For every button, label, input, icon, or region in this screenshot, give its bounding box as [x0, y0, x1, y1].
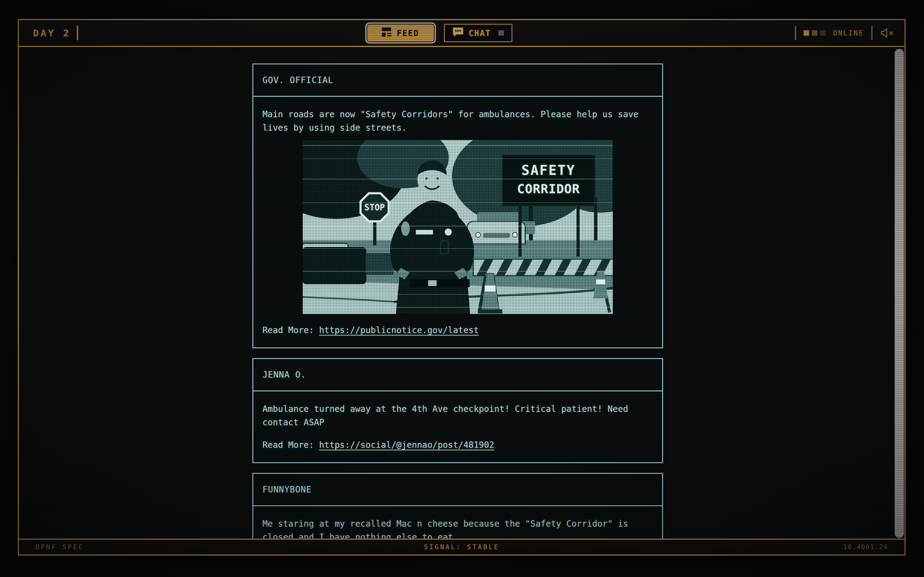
day-label: DAY 2: [33, 27, 71, 39]
feed-icon: [382, 27, 392, 39]
read-more-label: Read More:: [262, 325, 314, 335]
version-label: 10.4001.24: [843, 543, 888, 551]
online-label: ONLINE: [833, 29, 864, 37]
tab-feed-label: FEED: [397, 28, 419, 38]
signal-cell-3: [820, 30, 825, 36]
signal-strength-icon: [804, 30, 825, 36]
signal-status: SIGNAL: STABLE: [424, 543, 499, 551]
feed-scroll-area: GOV. OFFICIAL Main roads are now "Safety…: [19, 47, 905, 538]
signal-cell-1: [804, 30, 809, 36]
spec-label: UPNF SPEC: [36, 543, 84, 551]
speaker-muted-icon: [880, 27, 894, 39]
post-list: GOV. OFFICIAL Main roads are now "Safety…: [252, 63, 663, 538]
top-bar: DAY 2 FEED: [19, 20, 905, 47]
mute-button[interactable]: [880, 27, 894, 39]
post-link[interactable]: https://social/@jennao/post/481902: [319, 440, 494, 450]
post-author: GOV. OFFICIAL: [253, 64, 662, 97]
divider: [871, 26, 873, 40]
stop-sign-text: STOP: [364, 202, 385, 213]
read-more-label: Read More:: [262, 440, 314, 450]
post-jenna-o: JENNA O. Ambulance turned away at the 4t…: [252, 358, 663, 463]
tab-chat[interactable]: CHAT: [444, 24, 512, 42]
post-content: Ambulance turned away at the 4th Ave che…: [253, 392, 662, 462]
chat-notification-square: [498, 30, 504, 36]
post-content: Main roads are now "Safety Corridors" fo…: [253, 97, 662, 347]
post-content: Me staring at my recalled Mac n cheese b…: [253, 506, 662, 538]
status-bar: UPNF SPEC SIGNAL: STABLE 10.4001.24: [19, 538, 905, 554]
safety-sign-line2: CORRIDOR: [517, 182, 580, 196]
post-author: JENNA O.: [253, 359, 662, 392]
safety-sign-line1: SAFETY: [522, 163, 576, 178]
post-text: Main roads are now "Safety Corridors" fo…: [262, 108, 653, 135]
post-gov-official: GOV. OFFICIAL Main roads are now "Safety…: [252, 63, 663, 348]
tab-feed[interactable]: FEED: [367, 24, 435, 42]
day-counter: DAY 2: [33, 20, 78, 46]
app-frame: DAY 2 FEED: [18, 19, 906, 556]
post-author: FUNNYBONE: [253, 474, 662, 506]
post-funnybone: FUNNYBONE Me staring at my recalled Mac …: [252, 473, 663, 538]
chat-icon: [452, 27, 464, 39]
post-link[interactable]: https://publicnotice.gov/latest: [319, 325, 479, 335]
crt-screen: DAY 2 FEED: [0, 0, 924, 577]
read-more-row: Read More: https://publicnotice.gov/late…: [262, 324, 653, 337]
read-more-row: Read More: https://social/@jennao/post/4…: [262, 438, 653, 452]
tab-chat-label: CHAT: [468, 28, 491, 38]
post-text: Me staring at my recalled Mac n cheese b…: [262, 517, 653, 538]
tab-nav: FEED CHAT: [367, 24, 512, 42]
signal-cell-2: [812, 30, 817, 36]
connection-status: ONLINE: [795, 20, 894, 46]
cursor-bar: [77, 26, 78, 40]
post-photo: SAFETY CORRIDOR: [302, 140, 613, 314]
post-text: Ambulance turned away at the 4th Ave che…: [262, 402, 653, 429]
divider: [795, 26, 796, 40]
scrollbar-thumb[interactable]: [895, 49, 904, 538]
